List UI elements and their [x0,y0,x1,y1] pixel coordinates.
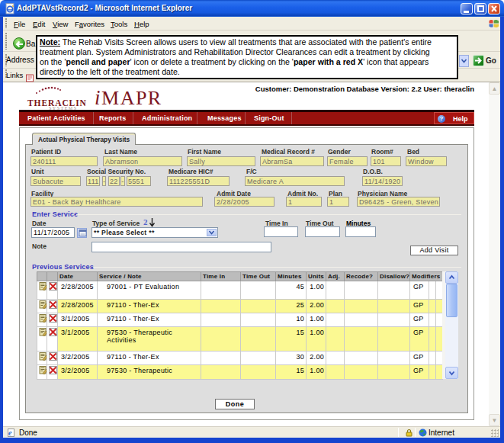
svg-text:e: e [8,429,12,437]
svg-text:2: 2 [143,217,148,226]
